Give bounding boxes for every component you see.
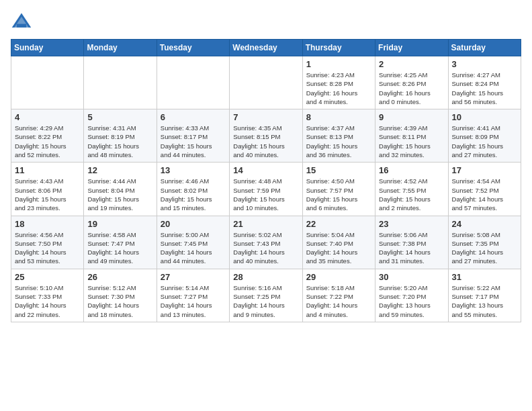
header-friday: Friday (375, 40, 448, 56)
calendar-cell: 29Sunrise: 5:18 AM Sunset: 7:22 PM Dayli… (302, 269, 375, 322)
calendar-cell (11, 56, 84, 109)
day-number: 11 (15, 165, 80, 175)
day-info: Sunrise: 5:02 AM Sunset: 7:43 PM Dayligh… (233, 230, 298, 266)
day-number: 7 (233, 112, 298, 122)
calendar-cell: 1Sunrise: 4:23 AM Sunset: 8:28 PM Daylig… (302, 56, 375, 109)
day-number: 8 (306, 112, 371, 122)
calendar-cell (157, 56, 229, 109)
calendar-cell (84, 56, 157, 109)
day-info: Sunrise: 4:52 AM Sunset: 7:55 PM Dayligh… (379, 177, 444, 212)
day-number: 28 (233, 272, 298, 282)
calendar-cell: 3Sunrise: 4:27 AM Sunset: 8:24 PM Daylig… (448, 56, 521, 109)
calendar-week-4: 18Sunrise: 4:56 AM Sunset: 7:50 PM Dayli… (11, 216, 521, 269)
calendar-cell: 22Sunrise: 5:04 AM Sunset: 7:40 PM Dayli… (302, 216, 375, 269)
day-info: Sunrise: 4:54 AM Sunset: 7:52 PM Dayligh… (452, 177, 517, 212)
calendar-cell: 17Sunrise: 4:54 AM Sunset: 7:52 PM Dayli… (448, 163, 521, 216)
calendar-cell: 12Sunrise: 4:44 AM Sunset: 8:04 PM Dayli… (84, 163, 157, 216)
day-info: Sunrise: 4:46 AM Sunset: 8:02 PM Dayligh… (161, 177, 226, 212)
day-number: 30 (379, 272, 444, 282)
header-sunday: Sunday (11, 40, 84, 56)
calendar-cell: 27Sunrise: 5:14 AM Sunset: 7:27 PM Dayli… (157, 269, 229, 322)
day-info: Sunrise: 5:10 AM Sunset: 7:33 PM Dayligh… (15, 283, 80, 319)
header-wednesday: Wednesday (230, 40, 302, 56)
day-number: 1 (306, 59, 371, 69)
day-number: 29 (306, 272, 371, 282)
page-header (11, 11, 521, 32)
calendar-cell: 10Sunrise: 4:41 AM Sunset: 8:09 PM Dayli… (448, 109, 521, 163)
day-info: Sunrise: 5:00 AM Sunset: 7:45 PM Dayligh… (161, 230, 226, 266)
day-info: Sunrise: 5:14 AM Sunset: 7:27 PM Dayligh… (161, 283, 226, 319)
calendar-cell: 25Sunrise: 5:10 AM Sunset: 7:33 PM Dayli… (11, 269, 84, 322)
calendar-cell: 4Sunrise: 4:29 AM Sunset: 8:22 PM Daylig… (11, 109, 84, 163)
day-info: Sunrise: 5:20 AM Sunset: 7:20 PM Dayligh… (379, 283, 444, 319)
calendar-cell: 24Sunrise: 5:08 AM Sunset: 7:35 PM Dayli… (448, 216, 521, 269)
calendar-cell: 16Sunrise: 4:52 AM Sunset: 7:55 PM Dayli… (375, 163, 448, 216)
day-info: Sunrise: 5:04 AM Sunset: 7:40 PM Dayligh… (306, 230, 371, 266)
day-info: Sunrise: 4:41 AM Sunset: 8:09 PM Dayligh… (452, 124, 517, 159)
day-number: 6 (161, 112, 226, 122)
calendar-cell: 5Sunrise: 4:31 AM Sunset: 8:19 PM Daylig… (84, 109, 157, 163)
day-info: Sunrise: 4:25 AM Sunset: 8:26 PM Dayligh… (379, 71, 444, 106)
day-info: Sunrise: 5:12 AM Sunset: 7:30 PM Dayligh… (87, 283, 152, 319)
day-info: Sunrise: 4:48 AM Sunset: 7:59 PM Dayligh… (233, 177, 298, 212)
calendar-cell: 23Sunrise: 5:06 AM Sunset: 7:38 PM Dayli… (375, 216, 448, 269)
day-number: 2 (379, 59, 444, 69)
day-number: 16 (379, 165, 444, 175)
calendar-cell: 28Sunrise: 5:16 AM Sunset: 7:25 PM Dayli… (230, 269, 302, 322)
day-number: 20 (161, 219, 226, 229)
day-info: Sunrise: 4:35 AM Sunset: 8:15 PM Dayligh… (233, 124, 298, 159)
day-info: Sunrise: 4:58 AM Sunset: 7:47 PM Dayligh… (87, 230, 152, 266)
day-info: Sunrise: 4:43 AM Sunset: 8:06 PM Dayligh… (15, 177, 80, 212)
day-number: 15 (306, 165, 371, 175)
day-number: 24 (452, 219, 517, 229)
day-number: 19 (87, 219, 152, 229)
day-number: 18 (15, 219, 80, 229)
calendar-table: SundayMondayTuesdayWednesdayThursdayFrid… (11, 39, 521, 322)
day-number: 3 (452, 59, 517, 69)
day-number: 31 (452, 272, 517, 282)
calendar-cell (230, 56, 302, 109)
calendar-cell: 20Sunrise: 5:00 AM Sunset: 7:45 PM Dayli… (157, 216, 229, 269)
calendar-cell: 9Sunrise: 4:39 AM Sunset: 8:11 PM Daylig… (375, 109, 448, 163)
calendar-cell: 11Sunrise: 4:43 AM Sunset: 8:06 PM Dayli… (11, 163, 84, 216)
calendar-cell: 6Sunrise: 4:33 AM Sunset: 8:17 PM Daylig… (157, 109, 229, 163)
calendar-cell: 7Sunrise: 4:35 AM Sunset: 8:15 PM Daylig… (230, 109, 302, 163)
day-info: Sunrise: 4:33 AM Sunset: 8:17 PM Dayligh… (161, 124, 226, 159)
day-info: Sunrise: 4:56 AM Sunset: 7:50 PM Dayligh… (15, 230, 80, 266)
day-info: Sunrise: 4:50 AM Sunset: 7:57 PM Dayligh… (306, 177, 371, 212)
day-number: 14 (233, 165, 298, 175)
day-number: 27 (161, 272, 226, 282)
day-info: Sunrise: 4:37 AM Sunset: 8:13 PM Dayligh… (306, 124, 371, 159)
day-number: 26 (87, 272, 152, 282)
day-info: Sunrise: 4:31 AM Sunset: 8:19 PM Dayligh… (87, 124, 152, 159)
calendar-cell: 31Sunrise: 5:22 AM Sunset: 7:17 PM Dayli… (448, 269, 521, 322)
calendar-cell: 18Sunrise: 4:56 AM Sunset: 7:50 PM Dayli… (11, 216, 84, 269)
day-info: Sunrise: 5:18 AM Sunset: 7:22 PM Dayligh… (306, 283, 371, 319)
calendar-cell: 8Sunrise: 4:37 AM Sunset: 8:13 PM Daylig… (302, 109, 375, 163)
day-number: 25 (15, 272, 80, 282)
day-info: Sunrise: 5:22 AM Sunset: 7:17 PM Dayligh… (452, 283, 517, 319)
day-number: 5 (87, 112, 152, 122)
day-info: Sunrise: 4:39 AM Sunset: 8:11 PM Dayligh… (379, 124, 444, 159)
day-number: 22 (306, 219, 371, 229)
day-info: Sunrise: 4:29 AM Sunset: 8:22 PM Dayligh… (15, 124, 80, 159)
day-number: 12 (87, 165, 152, 175)
calendar-week-3: 11Sunrise: 4:43 AM Sunset: 8:06 PM Dayli… (11, 163, 521, 216)
logo-icon (11, 11, 32, 32)
calendar-cell: 2Sunrise: 4:25 AM Sunset: 8:26 PM Daylig… (375, 56, 448, 109)
calendar-cell: 26Sunrise: 5:12 AM Sunset: 7:30 PM Dayli… (84, 269, 157, 322)
calendar-cell: 21Sunrise: 5:02 AM Sunset: 7:43 PM Dayli… (230, 216, 302, 269)
day-info: Sunrise: 4:23 AM Sunset: 8:28 PM Dayligh… (306, 71, 371, 106)
calendar-week-2: 4Sunrise: 4:29 AM Sunset: 8:22 PM Daylig… (11, 109, 521, 163)
calendar-cell: 15Sunrise: 4:50 AM Sunset: 7:57 PM Dayli… (302, 163, 375, 216)
day-info: Sunrise: 5:08 AM Sunset: 7:35 PM Dayligh… (452, 230, 517, 266)
day-number: 13 (161, 165, 226, 175)
header-saturday: Saturday (448, 40, 521, 56)
calendar-week-5: 25Sunrise: 5:10 AM Sunset: 7:33 PM Dayli… (11, 269, 521, 322)
calendar-cell: 14Sunrise: 4:48 AM Sunset: 7:59 PM Dayli… (230, 163, 302, 216)
day-info: Sunrise: 4:27 AM Sunset: 8:24 PM Dayligh… (452, 71, 517, 106)
day-number: 10 (452, 112, 517, 122)
day-number: 17 (452, 165, 517, 175)
day-number: 21 (233, 219, 298, 229)
header-tuesday: Tuesday (157, 40, 229, 56)
